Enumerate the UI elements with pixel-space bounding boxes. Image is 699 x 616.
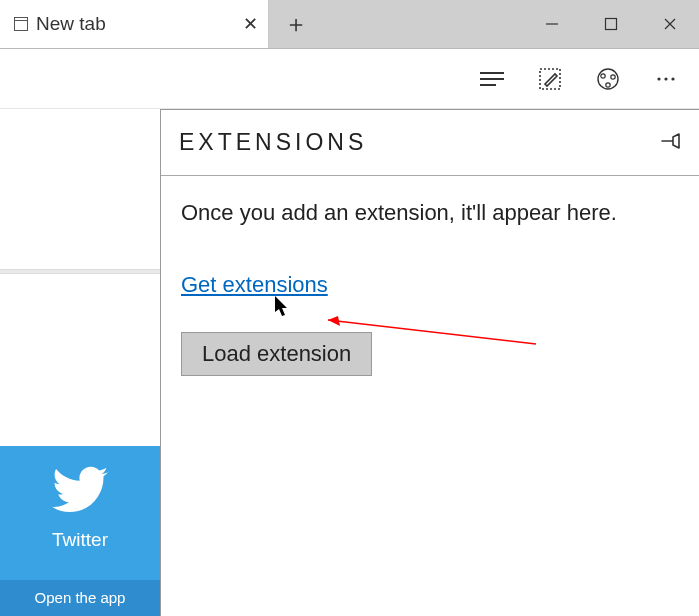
- close-tab-button[interactable]: ✕: [232, 13, 268, 35]
- tab-title: New tab: [36, 13, 232, 35]
- extensions-panel-header: EXTENSIONS: [161, 110, 699, 176]
- svg-point-10: [598, 69, 618, 89]
- content-divider: [0, 269, 160, 274]
- web-note-button[interactable]: [521, 50, 579, 108]
- pin-icon[interactable]: [659, 130, 681, 156]
- close-window-button[interactable]: [640, 0, 699, 48]
- twitter-icon: [0, 466, 160, 517]
- svg-rect-0: [15, 18, 28, 31]
- extensions-panel: EXTENSIONS Once you add an extension, it…: [160, 109, 699, 616]
- window-controls: [522, 0, 699, 48]
- extensions-panel-body: Once you add an extension, it'll appear …: [161, 176, 699, 394]
- reading-view-button[interactable]: [463, 50, 521, 108]
- svg-point-12: [611, 74, 615, 78]
- panel-title: EXTENSIONS: [179, 129, 367, 156]
- empty-state-message: Once you add an extension, it'll appear …: [181, 200, 679, 226]
- tile-label: Twitter: [0, 529, 160, 551]
- svg-point-15: [664, 77, 667, 80]
- browser-toolbar: [0, 49, 699, 109]
- window-titlebar: New tab ✕ ＋: [0, 0, 699, 49]
- start-page-left-column: Twitter Open the app: [0, 109, 160, 616]
- more-button[interactable]: [637, 50, 695, 108]
- minimize-button[interactable]: [522, 0, 581, 48]
- get-extensions-link[interactable]: Get extensions: [181, 272, 328, 298]
- svg-point-13: [606, 82, 610, 86]
- svg-point-16: [671, 77, 674, 80]
- svg-rect-3: [605, 19, 616, 30]
- tile-open-app-button[interactable]: Open the app: [0, 580, 160, 616]
- browser-tab[interactable]: New tab ✕: [0, 0, 269, 48]
- load-extension-button[interactable]: Load extension: [181, 332, 372, 376]
- twitter-tile[interactable]: Twitter Open the app: [0, 446, 160, 616]
- svg-point-11: [601, 73, 605, 77]
- page-icon: [14, 17, 28, 31]
- svg-point-14: [657, 77, 660, 80]
- maximize-button[interactable]: [581, 0, 640, 48]
- new-tab-button[interactable]: ＋: [269, 0, 323, 48]
- share-button[interactable]: [579, 50, 637, 108]
